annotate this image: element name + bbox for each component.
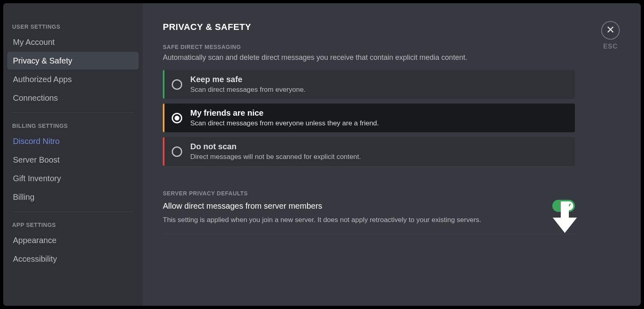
radio-option-keep-me-safe[interactable]: Keep me safe Scan direct messages from e… [163,70,575,99]
sidebar-item-label: Accessibility [13,255,57,263]
sidebar-item-label: Authorized Apps [13,75,72,83]
sidebar-item-label: Discord Nitro [13,137,60,145]
radio-description: Scan direct messages from everyone. [190,86,305,94]
sidebar-item-label: Appearance [13,236,57,244]
sidebar-item-label: Billing [13,193,34,201]
sidebar-item-appearance[interactable]: Appearance [7,231,139,249]
sidebar-item-server-boost[interactable]: Server Boost [7,151,139,169]
radio-option-do-not-scan[interactable]: Do not scan Direct messages will not be … [163,137,575,166]
close-icon [606,25,615,35]
sidebar-separator [12,112,134,113]
sidebar-item-billing[interactable]: Billing [7,188,139,206]
sidebar-item-label: My Account [13,38,55,46]
section-description-safe-dm: Automatically scan and delete direct mes… [163,53,617,62]
toggle-knob [564,201,573,210]
sidebar-category-app: App Settings [7,218,139,231]
sidebar-item-my-account[interactable]: My Account [7,33,139,51]
section-header-server-privacy: Server Privacy Defaults [163,190,617,197]
sidebar-item-privacy-safety[interactable]: Privacy & Safety [7,52,139,70]
radio-description: Direct messages will not be scanned for … [190,153,361,161]
toggle-title: Allow direct messages from server member… [163,201,322,211]
sidebar-item-label: Server Boost [13,156,60,164]
toggle-row-allow-dm: Allow direct messages from server member… [163,200,575,212]
radio-description: Scan direct messages from everyone unles… [190,119,379,127]
section-separator [163,234,575,234]
sidebar-item-authorized-apps[interactable]: Authorized Apps [7,70,139,88]
check-icon [566,202,572,210]
sidebar-category-user: User Settings [7,19,139,32]
toggle-description: This setting is applied when you join a … [163,216,575,224]
radio-title: Keep me safe [190,75,305,84]
radio-icon [172,146,182,157]
settings-content: ESC Privacy & Safety Safe Direct Messagi… [143,3,641,306]
sidebar-item-connections[interactable]: Connections [7,89,139,107]
page-title: Privacy & Safety [163,22,617,32]
sidebar-item-label: Privacy & Safety [13,57,72,65]
sidebar-separator [12,212,134,212]
sidebar-item-accessibility[interactable]: Accessibility [7,250,139,268]
radio-icon [172,79,182,90]
section-header-safe-dm: Safe Direct Messaging [163,44,617,50]
radio-title: My friends are nice [190,108,379,118]
settings-sidebar: User Settings My Account Privacy & Safet… [3,3,143,306]
sidebar-category-billing: Billing Settings [7,119,139,131]
sidebar-item-label: Connections [13,94,58,102]
radio-title: Do not scan [190,142,361,151]
close-button[interactable] [601,21,620,40]
esc-label: ESC [603,43,618,50]
toggle-allow-dm[interactable] [552,200,575,212]
safe-dm-radio-group: Keep me safe Scan direct messages from e… [163,70,575,166]
radio-option-friends-nice[interactable]: My friends are nice Scan direct messages… [163,104,575,132]
close-column: ESC [600,21,621,50]
radio-icon [172,113,182,123]
sidebar-item-discord-nitro[interactable]: Discord Nitro [7,132,139,150]
sidebar-item-gift-inventory[interactable]: Gift Inventory [7,169,139,187]
sidebar-item-label: Gift Inventory [13,174,61,182]
